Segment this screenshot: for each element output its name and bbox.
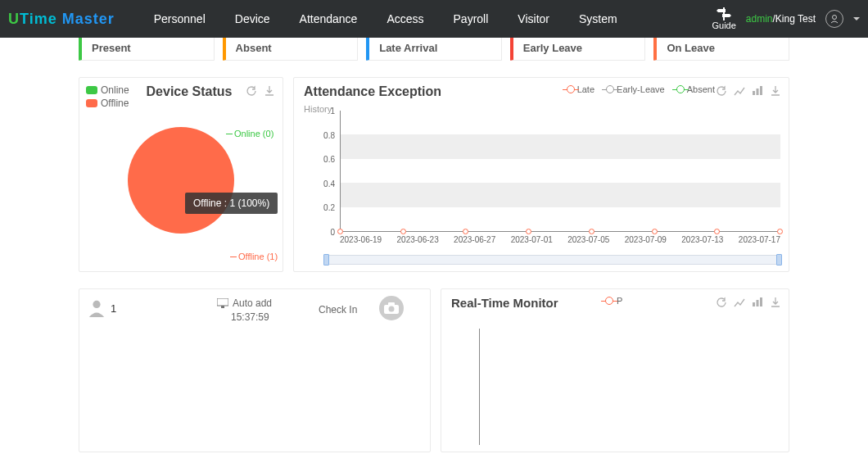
online-swatch-icon: [86, 86, 97, 94]
pie-slice-offline: [128, 127, 234, 234]
nav-attendance[interactable]: Attendance: [285, 0, 373, 38]
nav-visitor[interactable]: Visitor: [503, 0, 564, 38]
svg-rect-7: [760, 86, 762, 95]
bar-chart-icon[interactable]: [751, 296, 764, 309]
app-header: UTime Master Personnel Device Attendance…: [0, 0, 868, 38]
status-card-present[interactable]: Present: [79, 36, 215, 61]
refresh-icon[interactable]: [245, 84, 258, 98]
device-status-panel: Online Offline Device Status Online (0) …: [79, 77, 283, 272]
nav-personnel[interactable]: Personnel: [139, 0, 220, 38]
svg-point-8: [93, 301, 100, 308]
device-status-legend: Online Offline: [86, 84, 129, 111]
chart-range-slider[interactable]: [325, 255, 780, 265]
svg-point-13: [389, 306, 395, 312]
svg-rect-14: [753, 302, 755, 306]
status-card-late[interactable]: Late Arrival: [366, 36, 502, 61]
event-time: 15:37:59: [231, 311, 269, 323]
recent-event-panel: 1 Auto add 15:37:59 Check In: [79, 288, 431, 452]
pie-tooltip: Offline : 1 (100%): [185, 193, 278, 214]
app-logo: UTime Master: [8, 11, 115, 28]
refresh-icon[interactable]: [715, 84, 728, 98]
realtime-legend: P: [605, 296, 622, 306]
svg-rect-12: [388, 302, 395, 306]
download-icon[interactable]: [769, 296, 782, 309]
auto-add-label: Auto add: [233, 297, 272, 309]
nav-access[interactable]: Access: [372, 0, 438, 38]
svg-rect-9: [217, 298, 228, 306]
device-icon: [217, 298, 228, 308]
svg-marker-2: [722, 14, 731, 17]
svg-point-3: [833, 16, 837, 20]
status-card-onleave[interactable]: On Leave: [653, 36, 789, 61]
late-marker-icon: [567, 85, 575, 93]
user-icon: [830, 14, 839, 24]
refresh-icon[interactable]: [715, 296, 728, 309]
svg-rect-10: [221, 306, 224, 308]
attendance-exception-panel: Attendance Exception History Late Early-…: [293, 77, 789, 272]
offline-swatch-icon: [86, 99, 97, 107]
svg-marker-1: [717, 9, 726, 12]
svg-rect-5: [753, 91, 755, 95]
svg-rect-15: [757, 300, 759, 306]
event-type: Check In: [319, 304, 357, 315]
svg-marker-4: [853, 17, 860, 20]
svg-rect-16: [760, 297, 762, 306]
camera-icon: [384, 302, 399, 314]
status-card-early[interactable]: Early Leave: [510, 36, 646, 61]
pie-label-online: Online (0): [234, 129, 274, 138]
download-icon[interactable]: [769, 84, 782, 98]
user-info: admin/King Test: [746, 13, 816, 25]
svg-rect-6: [757, 89, 759, 95]
guide-button[interactable]: Guide: [712, 7, 735, 30]
absent-marker-icon: [676, 85, 685, 93]
signpost-icon: [717, 7, 731, 20]
attendance-chart: 00.20.40.60.81 2023-06-192023-06-232023-…: [319, 111, 780, 247]
bar-chart-icon[interactable]: [751, 84, 764, 98]
main-nav: Personnel Device Attendance Access Payro…: [139, 0, 632, 38]
download-icon[interactable]: [263, 84, 276, 98]
line-chart-icon[interactable]: [733, 84, 746, 98]
line-chart-icon[interactable]: [733, 296, 746, 309]
status-card-absent[interactable]: Absent: [223, 36, 359, 61]
early-leave-marker-icon: [606, 85, 614, 93]
nav-device[interactable]: Device: [220, 0, 285, 38]
dropdown-caret-icon[interactable]: [853, 16, 860, 22]
realtime-chart: [479, 329, 780, 445]
slider-handle-left[interactable]: [323, 254, 329, 266]
nav-payroll[interactable]: Payroll: [439, 0, 504, 38]
event-photo-placeholder: [379, 296, 404, 320]
slider-handle-right[interactable]: [776, 254, 782, 266]
pie-label-offline: Offline (1): [238, 252, 278, 261]
event-person-id: 1: [111, 302, 116, 315]
user-menu-button[interactable]: [825, 10, 843, 28]
device-pie-chart: Online (0) Offline (1) Offline : 1 (100%…: [128, 127, 234, 234]
status-cards-row: Present Absent Late Arrival Early Leave …: [0, 36, 868, 61]
attendance-exception-legend: Late Early-Leave Absent: [567, 84, 715, 94]
p-marker-icon: [605, 297, 613, 305]
person-icon: [88, 299, 106, 317]
nav-system[interactable]: System: [564, 0, 632, 38]
realtime-monitor-panel: Real-Time Monitor P: [441, 288, 789, 452]
